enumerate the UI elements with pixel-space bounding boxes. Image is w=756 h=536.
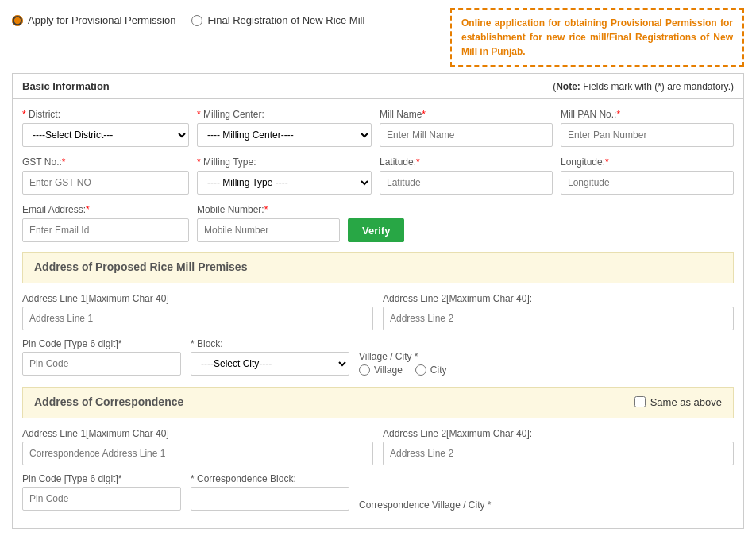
mill-name-label: Mill Name* — [380, 109, 553, 120]
basic-info-title: Basic Information — [22, 80, 110, 92]
note-bold: Note: — [556, 81, 580, 92]
verify-button[interactable]: Verify — [348, 218, 404, 242]
district-select[interactable]: ----Select District--- — [22, 123, 189, 147]
basic-info-form: * District: ----Select District--- * Mil… — [12, 98, 744, 529]
gst-label: GST No.:* — [22, 156, 189, 168]
corr-addr2-label: Address Line 2[Maximum Char 40]: — [383, 428, 734, 439]
mandatory-note: (Note: Fields mark with (*) are mandator… — [553, 81, 734, 92]
same-as-above-checkbox[interactable] — [634, 396, 646, 407]
same-as-above-label: Same as above — [650, 396, 722, 408]
email-input[interactable] — [22, 218, 189, 242]
gst-input[interactable] — [22, 171, 189, 195]
provisional-permission-radio[interactable]: Apply for Provisional Permission — [12, 14, 176, 26]
final-registration-label: Final Registration of New Rice Mill — [207, 14, 364, 26]
village-radio[interactable] — [359, 364, 370, 376]
proposed-block-label: * Block: — [191, 338, 349, 349]
corr-pin-input[interactable] — [22, 487, 181, 511]
latitude-input[interactable] — [380, 171, 553, 195]
mobile-input[interactable] — [197, 218, 340, 242]
latitude-label: Latitude:* — [380, 156, 553, 168]
city-radio[interactable] — [415, 364, 426, 376]
proposed-block-select[interactable]: ----Select City---- — [191, 352, 349, 376]
proposed-address-title: Address of Proposed Rice Mill Premises — [34, 260, 247, 273]
longitude-input[interactable] — [561, 171, 734, 195]
provisional-permission-label: Apply for Provisional Permission — [28, 14, 176, 26]
proposed-village-city-label: Village / City * — [359, 351, 734, 362]
district-label: * District: — [22, 109, 189, 120]
corr-block-input[interactable] — [191, 487, 349, 511]
correspondence-address-title: Address of Correspondence — [34, 395, 183, 408]
mill-pan-label: Mill PAN No.:* — [561, 109, 734, 120]
corr-village-city-label: Correspondence Village / City * — [359, 499, 734, 511]
mill-pan-input[interactable] — [561, 123, 734, 147]
milling-center-select[interactable]: ---- Milling Center---- — [197, 123, 372, 147]
corr-addr2-input[interactable] — [383, 442, 734, 465]
longitude-label: Longitude:* — [561, 156, 734, 168]
proposed-pin-input[interactable] — [22, 352, 181, 376]
basic-info-header: Basic Information (Note: Fields mark wit… — [12, 73, 744, 98]
corr-addr1-label: Address Line 1[Maximum Char 40] — [22, 428, 373, 439]
final-registration-radio[interactable]: Final Registration of New Rice Mill — [191, 14, 364, 26]
milling-type-label: * Milling Type: — [197, 156, 372, 168]
proposed-addr1-input[interactable] — [22, 307, 373, 330]
village-radio-label[interactable]: Village — [359, 364, 403, 376]
milling-center-label: * Milling Center: — [197, 109, 372, 120]
proposed-addr2-input[interactable] — [383, 307, 734, 330]
correspondence-address-section: Address of Correspondence Same as above — [22, 387, 734, 418]
corr-block-label: * Correspondence Block: — [191, 473, 349, 484]
same-as-above-group: Same as above — [634, 396, 722, 408]
mobile-label: Mobile Number:* — [197, 204, 340, 215]
corr-addr1-input[interactable] — [22, 442, 373, 465]
proposed-address-section: Address of Proposed Rice Mill Premises — [22, 252, 734, 283]
info-box: Online application for obtaining Provisi… — [450, 8, 744, 67]
email-label: Email Address:* — [22, 204, 189, 215]
city-label: City — [430, 364, 447, 376]
corr-pin-label: Pin Code [Type 6 digit]* — [22, 473, 181, 484]
proposed-addr2-label: Address Line 2[Maximum Char 40]: — [383, 293, 734, 304]
note-text: Fields mark with (*) are mandatory. — [580, 81, 731, 92]
mill-name-input[interactable] — [380, 123, 553, 147]
village-label: Village — [374, 364, 403, 376]
village-city-radio-group: Village City — [359, 364, 734, 376]
milling-type-select[interactable]: ---- Milling Type ---- — [197, 171, 372, 195]
proposed-addr1-label: Address Line 1[Maximum Char 40] — [22, 293, 373, 304]
proposed-pin-label: Pin Code [Type 6 digit]* — [22, 338, 181, 349]
info-box-text: Online application for obtaining Provisi… — [461, 17, 733, 57]
city-radio-label[interactable]: City — [415, 364, 447, 376]
